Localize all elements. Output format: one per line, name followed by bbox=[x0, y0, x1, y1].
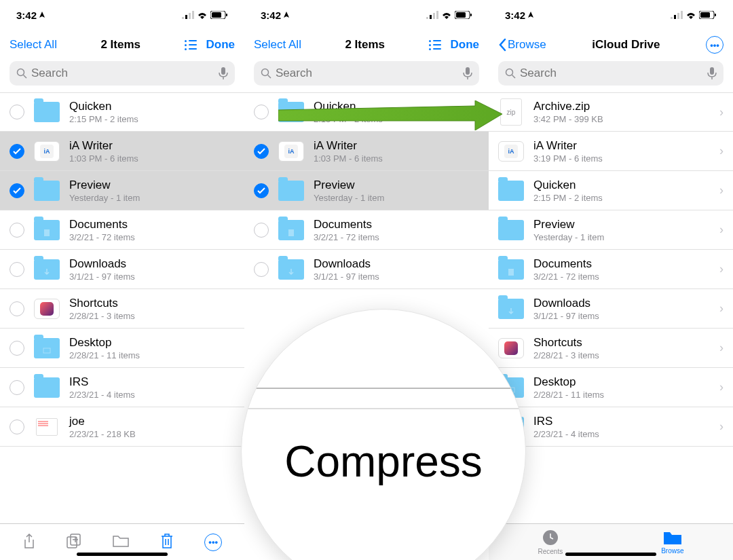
wifi-icon bbox=[685, 11, 696, 19]
checkbox[interactable] bbox=[10, 105, 24, 119]
status-time: 3:42 bbox=[261, 10, 290, 21]
mic-icon[interactable] bbox=[463, 67, 472, 79]
duplicate-button[interactable] bbox=[67, 534, 81, 551]
tab-recents[interactable]: Recents bbox=[538, 529, 563, 555]
checkbox[interactable] bbox=[254, 144, 269, 159]
search-input[interactable] bbox=[276, 67, 459, 80]
item-meta: 1:03 PM - 6 items bbox=[314, 153, 479, 164]
compress-label[interactable]: Compress bbox=[284, 436, 483, 487]
list-item[interactable]: PreviewYesterday - 1 item› bbox=[489, 210, 733, 250]
folder-icon bbox=[278, 220, 304, 240]
checkbox[interactable] bbox=[10, 301, 24, 316]
item-meta: 3/2/21 - 72 items bbox=[533, 272, 710, 282]
folder-icon bbox=[34, 102, 60, 122]
item-meta: 2/23/21 - 4 items bbox=[533, 429, 710, 439]
item-meta: 3:42 PM - 399 KB bbox=[533, 114, 710, 124]
svg-rect-31 bbox=[715, 14, 716, 16]
search-bar[interactable] bbox=[254, 61, 479, 86]
item-meta: Yesterday - 1 item bbox=[314, 193, 479, 203]
item-name: Documents bbox=[533, 257, 710, 271]
list-item[interactable]: iAiA Writer1:03 PM - 6 items bbox=[244, 132, 489, 171]
item-name: IRS bbox=[69, 375, 235, 389]
checkbox[interactable] bbox=[10, 262, 24, 277]
list-item[interactable]: IRS2/23/21 - 4 items bbox=[0, 368, 244, 407]
search-input[interactable] bbox=[520, 67, 703, 80]
list-item[interactable]: Downloads3/1/21 - 97 items bbox=[244, 250, 489, 289]
chevron-left-icon bbox=[498, 38, 506, 52]
list-item[interactable]: Desktop2/28/21 - 11 items bbox=[0, 329, 244, 368]
folder-icon bbox=[34, 259, 60, 280]
search-bar[interactable] bbox=[498, 61, 723, 86]
item-name: Desktop bbox=[69, 336, 235, 350]
item-meta: 2:15 PM - 2 items bbox=[69, 114, 235, 124]
svg-rect-15 bbox=[430, 15, 432, 19]
battery-icon bbox=[455, 11, 472, 19]
back-button[interactable]: Browse bbox=[498, 38, 546, 52]
list-item[interactable]: Documents3/2/21 - 72 items› bbox=[489, 250, 733, 289]
item-name: joe bbox=[69, 415, 235, 428]
list-item[interactable]: iAiA Writer1:03 PM - 6 items bbox=[0, 132, 244, 171]
status-time: 3:42 bbox=[505, 10, 534, 21]
list-item[interactable]: zipArchive.zip3:42 PM - 399 KB› bbox=[489, 92, 733, 132]
done-button[interactable]: Done bbox=[206, 38, 236, 52]
list-item[interactable]: Desktop2/28/21 - 11 items› bbox=[489, 368, 733, 407]
checkbox[interactable] bbox=[10, 419, 24, 434]
list-item[interactable]: Documents3/2/21 - 72 items bbox=[0, 210, 244, 250]
checkbox[interactable] bbox=[254, 183, 269, 198]
mic-icon[interactable] bbox=[219, 67, 228, 79]
svg-rect-6 bbox=[226, 14, 227, 16]
checkbox[interactable] bbox=[254, 105, 269, 119]
item-meta: 3/2/21 - 72 items bbox=[314, 232, 479, 242]
list-item[interactable]: Quicken2:15 PM - 2 items bbox=[0, 92, 244, 132]
status-bar: 3:42 bbox=[489, 0, 733, 30]
share-button[interactable] bbox=[22, 533, 36, 552]
app-icon bbox=[34, 299, 60, 319]
view-list-button[interactable] bbox=[185, 40, 197, 50]
svg-rect-16 bbox=[433, 13, 435, 19]
list-item[interactable]: Quicken2:15 PM - 2 items› bbox=[489, 171, 733, 210]
svg-rect-35 bbox=[508, 269, 514, 276]
checkbox[interactable] bbox=[254, 262, 269, 277]
mic-icon[interactable] bbox=[707, 67, 717, 79]
item-meta: 3/2/21 - 72 items bbox=[69, 232, 235, 242]
list-item[interactable]: Shortcuts2/28/21 - 3 items bbox=[0, 289, 244, 329]
checkbox[interactable] bbox=[254, 223, 269, 238]
item-name: Preview bbox=[69, 179, 235, 192]
checkbox[interactable] bbox=[10, 223, 24, 238]
svg-rect-17 bbox=[436, 11, 438, 19]
checkbox[interactable] bbox=[10, 183, 24, 198]
list-item[interactable]: PreviewYesterday - 1 item bbox=[244, 171, 489, 210]
checkbox[interactable] bbox=[10, 380, 24, 395]
svg-rect-24 bbox=[288, 229, 294, 236]
list-item[interactable]: iAiA Writer3:19 PM - 6 items› bbox=[489, 132, 733, 171]
list-item[interactable]: Downloads3/1/21 - 97 items bbox=[0, 250, 244, 289]
delete-button[interactable] bbox=[160, 533, 174, 552]
view-list-button[interactable] bbox=[429, 40, 441, 50]
list-item[interactable]: Shortcuts2/28/21 - 3 items› bbox=[489, 329, 733, 368]
more-button[interactable]: ••• bbox=[204, 534, 222, 551]
nav-bar: Browse iCloud Drive ••• bbox=[489, 30, 733, 60]
select-all-button[interactable]: Select All bbox=[254, 38, 301, 52]
search-bar[interactable] bbox=[10, 61, 235, 86]
item-meta: 2/28/21 - 11 items bbox=[533, 390, 710, 400]
item-name: Downloads bbox=[533, 297, 710, 310]
move-button[interactable] bbox=[113, 534, 129, 550]
status-icons bbox=[182, 11, 228, 19]
svg-rect-5 bbox=[212, 12, 221, 18]
list-item[interactable]: Documents3/2/21 - 72 items bbox=[244, 210, 489, 250]
checkbox[interactable] bbox=[10, 341, 24, 356]
checkbox[interactable] bbox=[10, 144, 24, 159]
more-button[interactable]: ••• bbox=[706, 36, 723, 54]
list-item[interactable]: PreviewYesterday - 1 item bbox=[0, 171, 244, 210]
search-input[interactable] bbox=[31, 67, 214, 80]
select-all-button[interactable]: Select All bbox=[10, 38, 57, 52]
tab-browse[interactable]: Browse bbox=[661, 529, 683, 555]
item-name: Downloads bbox=[69, 257, 235, 271]
status-icons bbox=[671, 11, 717, 19]
svg-rect-19 bbox=[456, 12, 466, 18]
app-icon bbox=[498, 338, 524, 358]
list-item[interactable]: ═════════joe2/23/21 - 218 KB bbox=[0, 407, 244, 447]
done-button[interactable]: Done bbox=[451, 38, 480, 52]
list-item[interactable]: Downloads3/1/21 - 97 items› bbox=[489, 289, 733, 329]
search-icon bbox=[505, 68, 516, 79]
